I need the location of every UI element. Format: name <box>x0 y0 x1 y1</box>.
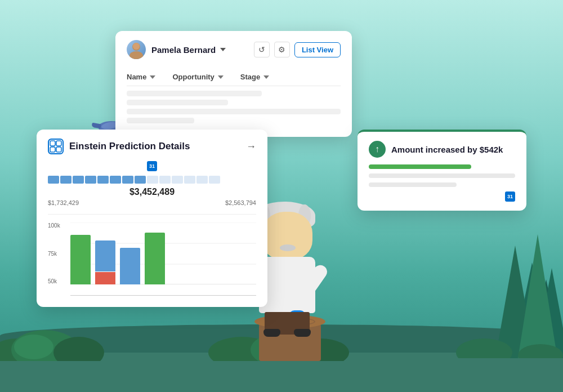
bar-group-3 <box>120 248 140 284</box>
einstein-mustache <box>280 244 296 251</box>
y-label-75k: 75k <box>48 251 68 257</box>
amount-header: ↑ Amount increased by $542k <box>369 141 515 158</box>
svg-point-16 <box>133 43 140 50</box>
progress-filled-7 <box>122 176 133 184</box>
progress-empty-6 <box>209 176 220 184</box>
einstein-head <box>262 212 312 260</box>
progress-max: $2,563,794 <box>225 199 256 206</box>
progress-empty-4 <box>184 176 195 184</box>
svg-rect-19 <box>56 141 61 146</box>
bar-red-2 <box>95 272 115 284</box>
header-icons: ↺ ⚙ List View <box>254 42 341 57</box>
stage-sort-icon <box>263 75 269 79</box>
prediction-title: Einstein Prediction Details <box>69 141 190 152</box>
svg-point-15 <box>129 51 143 59</box>
column-stage[interactable]: Stage <box>240 73 269 81</box>
gear-icon: ⚙ <box>278 45 285 54</box>
settings-button[interactable]: ⚙ <box>274 42 290 57</box>
refresh-icon: ↺ <box>258 45 265 54</box>
column-name[interactable]: Name <box>127 73 155 81</box>
opportunity-sort-icon <box>218 75 224 79</box>
table-header: Name Opportunity Stage <box>127 68 341 86</box>
bar-blue-3 <box>120 248 140 284</box>
user-dropdown-icon[interactable] <box>220 48 226 51</box>
progress-filled-6 <box>110 176 121 184</box>
name-sort-icon <box>150 75 155 79</box>
progress-min: $1,732,429 <box>48 199 79 206</box>
prediction-arrow[interactable]: → <box>246 141 256 153</box>
progress-empty-5 <box>196 176 208 184</box>
y-label-50k: 50k <box>48 278 68 284</box>
user-name: Pamela Bernard <box>151 45 216 55</box>
calendar-icon[interactable]: 31 <box>147 161 157 171</box>
progress-range: $1,732,429 $2,563,794 <box>48 199 256 206</box>
bar-blue-2 <box>95 240 115 271</box>
list-view-header: Pamela Bernard ↺ ⚙ List View <box>127 40 341 59</box>
progress-filled-8 <box>135 176 146 184</box>
svg-rect-20 <box>50 147 55 152</box>
bar-group-1 <box>70 235 91 284</box>
progress-value: $3,452,489 <box>48 187 256 197</box>
progress-section: $3,452,489 $1,732,429 $2,563,794 <box>48 176 256 215</box>
table-row <box>127 118 194 123</box>
amount-row-1 <box>369 173 515 178</box>
calendar-row: 31 <box>48 161 256 171</box>
chart-y-labels: 100k 75k 50k <box>48 222 68 284</box>
amount-calendar-icon[interactable]: 31 <box>505 191 515 202</box>
bar-group-4 <box>145 233 165 284</box>
progress-empty-1 <box>147 176 158 184</box>
amount-row-2 <box>369 182 457 187</box>
amount-title: Amount increased by $542k <box>391 145 503 154</box>
einstein-shoe-left <box>263 329 280 337</box>
progress-empty-2 <box>159 176 171 184</box>
table-rows <box>127 91 341 123</box>
progress-filled-1 <box>48 176 59 184</box>
progress-empty-3 <box>172 176 183 184</box>
progress-filled-2 <box>60 176 72 184</box>
einstein-body <box>259 257 315 313</box>
table-row <box>127 91 262 96</box>
bar-green-4 <box>145 233 165 284</box>
prediction-header: Einstein Prediction Details → <box>48 139 256 154</box>
einstein-shoe-right <box>294 329 311 337</box>
chart-area <box>70 222 256 284</box>
bar-green-1 <box>70 235 91 284</box>
list-view-button[interactable]: List View <box>294 42 341 57</box>
svg-rect-18 <box>50 141 55 146</box>
bar-stack-2 <box>95 240 115 284</box>
progress-filled-3 <box>73 176 84 184</box>
svg-point-10 <box>14 335 53 359</box>
table-row <box>127 100 228 105</box>
svg-rect-21 <box>56 147 61 152</box>
table-row <box>127 109 341 114</box>
einstein-brand-icon <box>48 139 64 154</box>
y-label-100k: 100k <box>48 222 68 229</box>
column-opportunity[interactable]: Opportunity <box>172 73 223 81</box>
refresh-button[interactable]: ↺ <box>254 42 270 57</box>
progress-filled-5 <box>97 176 109 184</box>
progress-bar-track <box>48 176 256 184</box>
amount-footer: 31 <box>369 191 515 202</box>
bar-chart: 100k 75k 50k <box>48 222 256 296</box>
list-view-card: Pamela Bernard ↺ ⚙ List View Name Opport… <box>115 31 352 137</box>
bar-group-2 <box>95 240 115 284</box>
user-avatar <box>127 40 146 59</box>
user-name-row: Pamela Bernard <box>151 45 248 55</box>
chart-baseline <box>70 295 256 296</box>
prediction-card: Einstein Prediction Details → 31 $3,452,… <box>37 130 267 307</box>
amount-card: ↑ Amount increased by $542k 31 <box>358 130 526 211</box>
progress-filled-4 <box>85 176 96 184</box>
up-arrow-icon: ↑ <box>369 141 386 158</box>
amount-progress-bar <box>369 164 471 169</box>
